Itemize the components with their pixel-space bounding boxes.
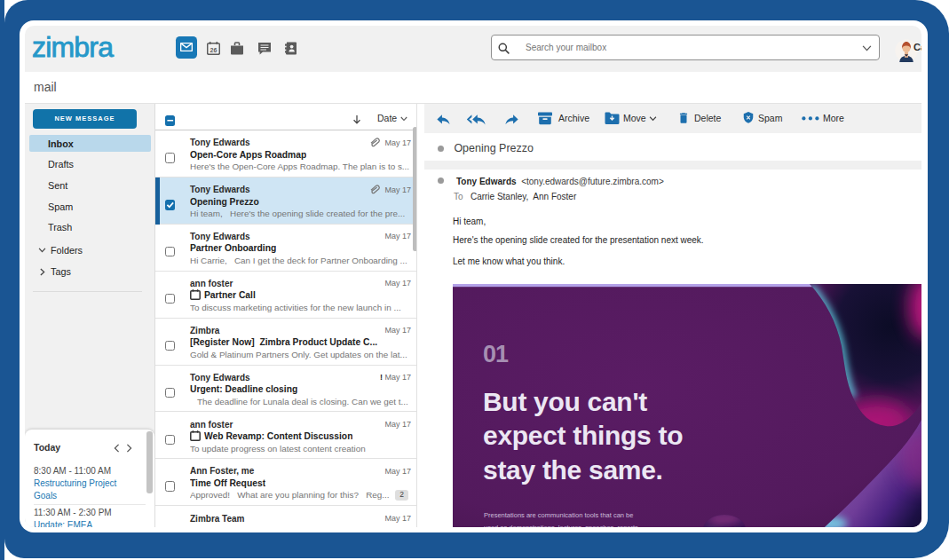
svg-text:26: 26 xyxy=(210,47,217,53)
svg-text:01: 01 xyxy=(483,341,509,367)
svg-text:stay the same.: stay the same. xyxy=(483,455,663,485)
svg-text:used as demonstrations, lectur: used as demonstrations, lectures, speech… xyxy=(484,524,640,527)
svg-text:expect things to: expect things to xyxy=(483,421,683,450)
svg-text:Presentations are communicatio: Presentations are communication tools th… xyxy=(484,511,633,519)
svg-text:But you can't: But you can't xyxy=(483,387,647,416)
